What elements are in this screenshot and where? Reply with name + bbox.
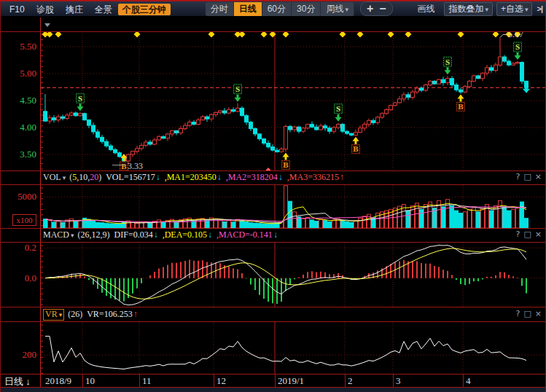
indicator-readout: VOL=156717↓ — [106, 172, 160, 183]
close-icon[interactable]: × — [535, 309, 542, 318]
svg-text:S: S — [78, 94, 82, 103]
vr-panel-header: VR▾(26)VR=106.253↑?□× — [41, 308, 545, 321]
chart-collapse-triangle-icon[interactable] — [44, 23, 50, 27]
arrow-down-icon: ↓ — [278, 172, 283, 182]
period-tab[interactable]: 分时 — [206, 2, 234, 16]
maximize-icon[interactable]: □ — [523, 309, 531, 318]
toolbar-action-draw-line[interactable]: 画线 — [411, 2, 440, 16]
app-window: F10诊股擒庄全景个股三分钟 分时日线60分30分周线▾ + − 画线指数叠加▾… — [0, 0, 546, 392]
window-border-left — [0, 1, 1, 392]
arrow-down-icon: ↓ — [217, 172, 222, 182]
toolbar-menu-item[interactable]: 擒庄 — [60, 4, 89, 15]
toolbar-action-button[interactable]: +自选▾ — [496, 2, 533, 16]
indicator-params: (26,12,9) — [78, 230, 110, 240]
chevron-down-icon: ▾ — [345, 6, 348, 13]
indicator-params: (5,10,20) — [69, 172, 101, 183]
indicator-readout: ,MA2=318204↓ — [226, 172, 283, 183]
time-axis-label: 2 — [348, 375, 353, 387]
indicator-name[interactable]: MACD▾ — [43, 230, 74, 240]
toolbar-menu-item[interactable]: 全景 — [89, 4, 118, 15]
volume-chart[interactable] — [41, 185, 546, 228]
indicator-readout: ,MA1=203450↓ — [165, 172, 222, 183]
help-icon[interactable]: ? — [516, 230, 520, 239]
macd-chart[interactable] — [41, 243, 546, 307]
time-axis-separator — [393, 375, 394, 388]
zoom-group: + − — [360, 1, 393, 16]
period-tab[interactable]: 30分 — [292, 2, 321, 16]
toolbar-menu-item[interactable]: 诊股 — [31, 4, 60, 15]
arrow-up-icon: ↑ — [340, 172, 344, 182]
time-axis-label: 4 — [466, 375, 471, 387]
candlestick-chart[interactable]: SSSSSBBBB3.335.67 — [41, 31, 546, 170]
indicator-readout: ,MACD=-0.141↓ — [217, 230, 278, 240]
help-icon[interactable]: ? — [516, 309, 520, 318]
help-icon[interactable]: ? — [516, 172, 520, 181]
separator-line — [0, 321, 546, 322]
indicator-params: (26) — [68, 309, 82, 320]
svg-text:B: B — [353, 144, 359, 153]
vr-chart[interactable] — [41, 322, 546, 374]
vol-panel-header: VOL▾(5,10,20)VOL=156717↓,MA1=203450↓,MA2… — [41, 171, 545, 184]
price-axis-label: 5.50 — [0, 41, 36, 52]
chevron-down-icon: ▾ — [71, 232, 74, 239]
price-axis-line — [40, 17, 41, 388]
svg-text:B: B — [283, 160, 289, 169]
time-axis-separator — [275, 375, 276, 388]
svg-text:3.33: 3.33 — [128, 161, 143, 170]
separator-line — [0, 242, 546, 243]
period-selector[interactable]: 日线 ↓ — [4, 375, 31, 388]
svg-text:S: S — [445, 58, 450, 66]
chevron-down-icon: ▾ — [63, 174, 66, 181]
close-icon[interactable]: × — [535, 172, 542, 181]
svg-text:5.67: 5.67 — [508, 31, 523, 39]
arrow-down-icon: ↓ — [273, 230, 278, 240]
arrow-down-icon: ↓ — [154, 230, 158, 240]
time-axis-separator — [82, 375, 83, 388]
price-axis-label: 3.50 — [0, 149, 36, 160]
time-axis-separator — [463, 375, 464, 388]
zoom-out-button[interactable]: − — [379, 2, 386, 15]
time-axis-separator — [139, 375, 140, 388]
period-tab[interactable]: 周线▾ — [321, 2, 354, 16]
price-axis-label: 4.50 — [0, 95, 36, 106]
chevron-down-icon: ▾ — [485, 6, 488, 13]
time-axis-label: 10 — [85, 375, 95, 387]
indicator-readout: DIF=0.034↓ — [114, 230, 158, 240]
time-axis-label: 3 — [396, 375, 401, 387]
toolbar-menu-item[interactable]: F10 — [4, 4, 31, 15]
svg-text:S: S — [336, 104, 340, 113]
time-axis-separator — [214, 375, 214, 388]
indicator-name[interactable]: VR▾ — [43, 309, 64, 321]
period-selector-label: 日线 — [4, 376, 23, 387]
zoom-in-button[interactable]: + — [367, 2, 373, 15]
toolbar-right-group: 画线指数叠加▾+自选▾ — [411, 2, 532, 16]
period-tab[interactable]: 60分 — [262, 2, 292, 16]
separator-line — [0, 184, 546, 185]
panel-controls: ?□× — [512, 230, 542, 239]
toolbar-action-button[interactable]: 指数叠加▾ — [444, 2, 493, 16]
volume-axis-label: 5000 — [0, 191, 36, 203]
toolbar-menu-item[interactable]: 个股三分钟 — [118, 4, 171, 15]
svg-text:S: S — [515, 42, 520, 51]
chevron-down-icon: ▾ — [59, 310, 63, 320]
svg-text:S: S — [235, 85, 240, 93]
arrow-down-icon: ↓ — [208, 230, 212, 240]
maximize-icon[interactable]: □ — [523, 230, 531, 239]
close-icon[interactable]: × — [535, 230, 542, 239]
price-axis-label: 5.00 — [0, 68, 36, 79]
macd-axis-label-top: 0.2 — [0, 242, 36, 254]
time-axis-label: 11 — [142, 375, 152, 387]
toolbar: F10诊股擒庄全景个股三分钟 分时日线60分30分周线▾ + − 画线指数叠加▾… — [1, 1, 545, 16]
collapse-panel-icon[interactable]: >| — [537, 4, 542, 13]
period-tab[interactable]: 日线 — [234, 2, 262, 16]
indicator-name[interactable]: VOL▾ — [43, 172, 66, 183]
indicator-readout: VR=106.253↑ — [87, 309, 137, 320]
macd-panel-header: MACD▾(26,12,9)DIF=0.034↓,DEA=0.105↓,MACD… — [41, 229, 545, 241]
price-axis-label: 4.00 — [0, 122, 36, 133]
arrow-down-icon: ↓ — [26, 376, 31, 387]
arrow-down-icon: ↓ — [156, 172, 160, 182]
panel-controls: ?□× — [512, 172, 542, 181]
indicator-readout: ,DEA=0.105↓ — [163, 230, 212, 240]
panel-controls: ?□× — [512, 309, 542, 318]
maximize-icon[interactable]: □ — [523, 172, 531, 181]
